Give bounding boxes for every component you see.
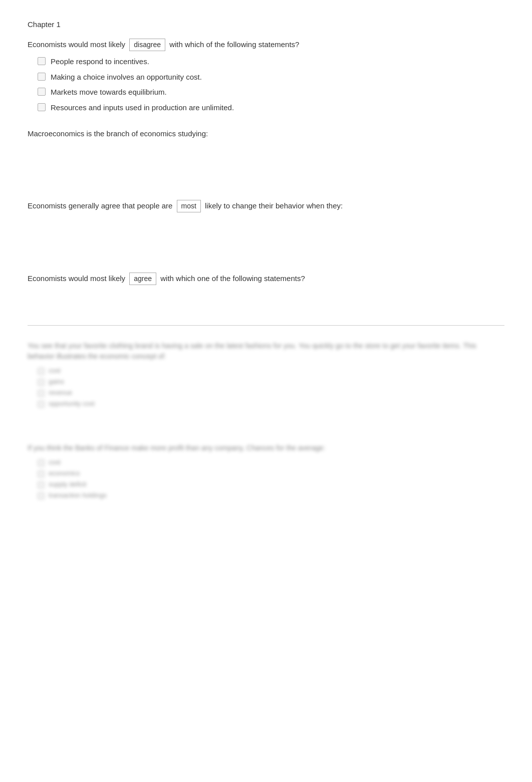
bq1-option-2: gains [38, 378, 504, 386]
q1-text-after: with which of the following statements? [169, 40, 299, 49]
bq1-radio-4 [38, 401, 45, 408]
q4-keyword: agree [129, 273, 156, 285]
q1-radio-3[interactable] [38, 88, 46, 96]
question-2: Macroeconomics is the branch of economic… [28, 128, 504, 185]
bq2-text: If you think the Banks of Finance make m… [28, 443, 504, 453]
blurred-question-1: You see that your favorite clothing bran… [28, 341, 504, 408]
question-4-text: Economists would most likely agree with … [28, 273, 504, 285]
q1-keyword: disagree [129, 39, 165, 51]
bq1-option-3: revenue [38, 389, 504, 397]
q1-option-4-label: Resources and inputs used in production … [51, 102, 234, 114]
bq1-radio-3 [38, 390, 45, 397]
q1-option-1[interactable]: People respond to incentives. [38, 56, 504, 68]
chapter-title: Chapter 1 [28, 20, 504, 29]
q4-text-after: with which one of the following statemen… [160, 274, 305, 283]
q3-text-after: likely to change their behavior when the… [205, 201, 343, 210]
q1-radio-4[interactable] [38, 103, 46, 111]
bq2-radio-2 [38, 470, 45, 477]
question-1: Economists would most likely disagree wi… [28, 39, 504, 113]
q1-radio-1[interactable] [38, 57, 46, 65]
bq2-radio-4 [38, 492, 45, 499]
q1-option-3-label: Markets move towards equilibrium. [51, 87, 167, 98]
bq2-radio-1 [38, 459, 45, 466]
section-divider [28, 325, 504, 326]
bq1-radio-2 [38, 379, 45, 386]
bq2-option-2: economics [38, 469, 504, 477]
question-4: Economists would most likely agree with … [28, 273, 504, 310]
blurred-question-2: If you think the Banks of Finance make m… [28, 443, 504, 499]
bq2-option-2-label: economics [49, 469, 80, 477]
q4-answer-space [28, 290, 504, 310]
bq1-radio-1 [38, 368, 45, 375]
bq2-option-1: cost [38, 458, 504, 466]
bq2-option-3: supply deficit [38, 480, 504, 488]
question-2-text: Macroeconomics is the branch of economic… [28, 128, 504, 140]
bq1-option-2-label: gains [49, 378, 64, 385]
bq1-option-4: opportunity cost [38, 400, 504, 408]
q3-text-before: Economists generally agree that people a… [28, 201, 172, 210]
bq2-option-4: transaction holdings [38, 491, 504, 499]
q1-options-list: People respond to incentives. Making a c… [28, 56, 504, 113]
bq1-options: cost gains revenue opportunity cost [28, 367, 504, 408]
bq1-option-4-label: opportunity cost [49, 400, 95, 407]
q1-text-before: Economists would most likely [28, 40, 125, 49]
bq2-option-1-label: cost [49, 458, 61, 466]
q1-option-4[interactable]: Resources and inputs used in production … [38, 102, 504, 114]
q2-answer-space [28, 145, 504, 185]
bq2-options: cost economics supply deficit transactio… [28, 458, 504, 499]
bq1-option-3-label: revenue [49, 389, 72, 396]
q3-answer-space [28, 217, 504, 257]
q1-radio-2[interactable] [38, 73, 46, 81]
question-3: Economists generally agree that people a… [28, 200, 504, 257]
q1-option-2[interactable]: Making a choice involves an opportunity … [38, 72, 504, 83]
q3-keyword: most [177, 200, 201, 212]
q1-option-2-label: Making a choice involves an opportunity … [51, 72, 202, 83]
blurred-section: You see that your favorite clothing bran… [28, 341, 504, 499]
bq2-option-3-label: supply deficit [49, 480, 86, 488]
bq1-option-1-label: cost [49, 367, 61, 374]
q4-text-before: Economists would most likely [28, 274, 125, 283]
q1-option-1-label: People respond to incentives. [51, 56, 149, 68]
question-3-text: Economists generally agree that people a… [28, 200, 504, 212]
bq1-text: You see that your favorite clothing bran… [28, 341, 504, 362]
bq2-option-4-label: transaction holdings [49, 491, 107, 499]
q1-option-3[interactable]: Markets move towards equilibrium. [38, 87, 504, 98]
bq2-radio-3 [38, 481, 45, 488]
question-1-text: Economists would most likely disagree wi… [28, 39, 504, 51]
bq1-option-1: cost [38, 367, 504, 375]
